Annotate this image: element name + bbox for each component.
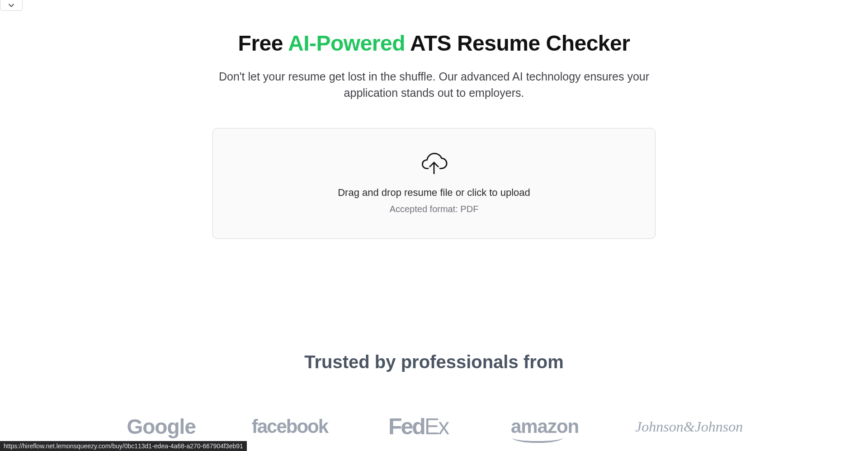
page-subtitle: Don't let your resume get lost in the sh… bbox=[212, 68, 656, 101]
title-accent: AI-Powered bbox=[288, 31, 405, 55]
status-bar-link-preview: https://hireflow.net.lemonsqueezy.com/bu… bbox=[0, 441, 247, 451]
hero-section: Free AI-Powered ATS Resume Checker Don't… bbox=[212, 0, 656, 239]
logo-facebook: facebook bbox=[252, 413, 328, 440]
trusted-section: Trusted by professionals from Google fac… bbox=[0, 352, 868, 440]
upload-dropzone[interactable]: Drag and drop resume file or click to up… bbox=[212, 128, 656, 239]
dropzone-sub-text: Accepted format: PDF bbox=[390, 204, 479, 214]
title-pre: Free bbox=[238, 31, 288, 55]
page-title: Free AI-Powered ATS Resume Checker bbox=[212, 32, 656, 56]
chevron-down-icon bbox=[7, 1, 16, 10]
logo-johnson-and-johnson: Johnson&Johnson bbox=[635, 413, 743, 440]
logo-google: Google bbox=[125, 413, 198, 440]
trusted-logos-row: Google facebook FedEx amazon Johnson&Joh… bbox=[0, 413, 868, 440]
cloud-upload-icon bbox=[420, 152, 448, 176]
logo-fedex-ex: Ex bbox=[425, 413, 448, 440]
logo-fedex: FedEx bbox=[382, 413, 454, 440]
title-post: ATS Resume Checker bbox=[405, 31, 630, 55]
logo-amazon: amazon bbox=[509, 413, 581, 440]
dropzone-main-text: Drag and drop resume file or click to up… bbox=[338, 187, 530, 199]
collapse-tab[interactable] bbox=[0, 0, 23, 11]
logo-fedex-fed: Fed bbox=[388, 413, 425, 440]
trusted-heading: Trusted by professionals from bbox=[0, 352, 868, 372]
